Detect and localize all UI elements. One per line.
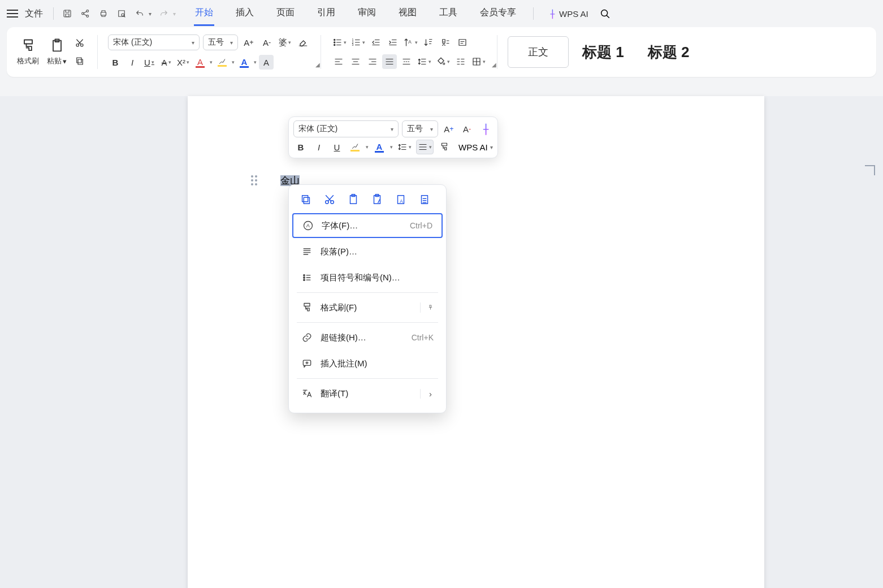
- ctx-font-item[interactable]: A 字体(F)… Ctrl+D: [292, 213, 443, 238]
- ctx-cut-icon[interactable]: [323, 193, 336, 206]
- tab-ref[interactable]: 引用: [316, 1, 336, 26]
- italic-button[interactable]: I: [125, 55, 140, 70]
- para-dialog-launcher[interactable]: ◢: [492, 62, 496, 68]
- mini-bold[interactable]: B: [293, 140, 308, 154]
- document-page[interactable]: [188, 96, 764, 588]
- copy-icon[interactable]: [72, 54, 87, 68]
- ctx-bullets-item[interactable]: 项目符号和编号(N)…: [292, 265, 443, 290]
- decrease-indent-button[interactable]: [369, 35, 383, 50]
- file-menu[interactable]: 文件: [25, 8, 43, 20]
- ctx-copy-icon[interactable]: [299, 193, 313, 206]
- mini-wps-ai[interactable]: WPS AI▾: [458, 142, 493, 152]
- show-marks-button[interactable]: [455, 35, 470, 50]
- numbering-button[interactable]: 123▾: [350, 35, 366, 50]
- char-shading-button[interactable]: A: [259, 55, 274, 70]
- increase-indent-button[interactable]: [386, 35, 400, 50]
- phonetic-guide-button[interactable]: 婆▾: [278, 35, 292, 50]
- share-icon[interactable]: [77, 6, 93, 21]
- shrink-font-button[interactable]: A-: [259, 35, 274, 50]
- undo-dropdown[interactable]: ▾: [149, 11, 152, 17]
- line-spacing-button[interactable]: ▾: [416, 54, 432, 69]
- menu-icon[interactable]: [7, 8, 18, 19]
- tab-tools[interactable]: 工具: [438, 1, 458, 26]
- page-corner-marker: [859, 165, 875, 181]
- print-icon[interactable]: [96, 6, 111, 21]
- mini-font-name-combo[interactable]: 宋体 (正文)▾: [293, 120, 399, 137]
- tab-view[interactable]: 视图: [397, 1, 418, 26]
- underline-button[interactable]: U▾: [142, 55, 157, 70]
- text-direction-button[interactable]: A▾: [402, 35, 419, 50]
- search-icon[interactable]: [599, 7, 611, 20]
- mini-underline[interactable]: U: [330, 140, 344, 154]
- align-left-button[interactable]: [331, 54, 346, 69]
- ctx-format-painter-pin-icon[interactable]: [420, 302, 434, 313]
- mini-line-spacing[interactable]: ▾: [396, 140, 413, 154]
- superscript-button[interactable]: X²▾: [176, 55, 191, 70]
- distribute-button[interactable]: [399, 54, 414, 69]
- ctx-paste-list-icon[interactable]: [418, 193, 431, 206]
- select-button[interactable]: [438, 35, 453, 50]
- print-preview-icon[interactable]: [114, 6, 129, 21]
- svg-point-16: [334, 39, 335, 40]
- ctx-link-hotkey: Ctrl+K: [412, 333, 434, 342]
- comment-icon: [301, 358, 313, 369]
- highlight-button[interactable]: [215, 55, 230, 70]
- align-right-button[interactable]: [365, 54, 380, 69]
- separator: ◢: [497, 35, 497, 69]
- grow-font-button[interactable]: A+: [241, 35, 256, 50]
- save-icon[interactable]: [59, 6, 75, 21]
- mini-alignment[interactable]: ▾: [416, 140, 434, 154]
- shading-button[interactable]: ▾: [435, 54, 451, 69]
- font-dialog-launcher[interactable]: ◢: [315, 62, 320, 68]
- bold-button[interactable]: B: [108, 55, 123, 70]
- ai-logo-icon: ⟊: [549, 8, 556, 20]
- font-name-combo[interactable]: 宋体 (正文)▾: [108, 34, 200, 50]
- cut-icon[interactable]: [72, 36, 87, 50]
- style-heading2[interactable]: 标题 2: [638, 42, 700, 62]
- align-justify-button[interactable]: [382, 54, 397, 69]
- ctx-hyperlink-item[interactable]: 超链接(H)… Ctrl+K: [292, 325, 443, 350]
- bullets-button[interactable]: ▾: [331, 35, 348, 50]
- format-painter-button[interactable]: 格式刷: [15, 37, 41, 67]
- ctx-format-painter-item[interactable]: 格式刷(F): [292, 295, 443, 320]
- ctx-paste-icon[interactable]: [347, 193, 360, 206]
- tab-start[interactable]: 开始: [194, 1, 214, 26]
- paste-button[interactable]: 粘贴▾: [45, 37, 69, 67]
- redo-dropdown[interactable]: ▾: [173, 11, 176, 17]
- sort-button[interactable]: [421, 35, 436, 50]
- ctx-translate-chevron-icon[interactable]: ›: [420, 389, 434, 399]
- mini-shrink-font[interactable]: A-: [460, 122, 474, 136]
- separator: [297, 378, 438, 379]
- font-size-combo[interactable]: 五号▾: [203, 34, 238, 50]
- style-normal[interactable]: 正文: [508, 36, 569, 68]
- drag-handle-icon[interactable]: [251, 175, 257, 185]
- separator: [297, 292, 438, 293]
- tab-review[interactable]: 审阅: [357, 1, 377, 26]
- tabs-button[interactable]: [453, 54, 468, 69]
- tab-insert[interactable]: 插入: [235, 1, 255, 26]
- ctx-comment-item[interactable]: 插入批注(M): [292, 351, 443, 376]
- style-heading1[interactable]: 标题 1: [572, 42, 634, 62]
- ctx-paragraph-item[interactable]: 段落(P)…: [292, 239, 443, 264]
- mini-italic[interactable]: I: [311, 140, 326, 154]
- strikethrough-button[interactable]: A▾: [159, 55, 174, 70]
- align-center-button[interactable]: [348, 54, 363, 69]
- ctx-paste-text-icon[interactable]: A: [394, 193, 408, 206]
- ctx-paste-keep-format-icon[interactable]: [370, 193, 384, 206]
- mini-grow-font[interactable]: A+: [442, 122, 456, 136]
- wps-ai-button[interactable]: ⟊ WPS AI: [549, 8, 588, 20]
- mini-format-painter[interactable]: [437, 140, 452, 154]
- mini-highlight[interactable]: [348, 140, 362, 154]
- tab-layout[interactable]: 页面: [275, 1, 296, 26]
- tab-member[interactable]: 会员专享: [479, 1, 517, 26]
- ctx-translate-item[interactable]: 翻译(T) ›: [292, 381, 443, 406]
- mini-ai-logo-icon[interactable]: ⟊: [482, 122, 490, 136]
- mini-font-color[interactable]: A: [372, 140, 387, 154]
- font-color-button[interactable]: A: [193, 55, 207, 70]
- borders-button[interactable]: ▾: [470, 54, 487, 69]
- text-effects-button[interactable]: A: [237, 55, 252, 70]
- redo-icon[interactable]: [156, 6, 172, 21]
- undo-icon[interactable]: [132, 6, 148, 21]
- mini-font-size-combo[interactable]: 五号▾: [402, 120, 438, 137]
- clear-format-button[interactable]: [296, 35, 310, 50]
